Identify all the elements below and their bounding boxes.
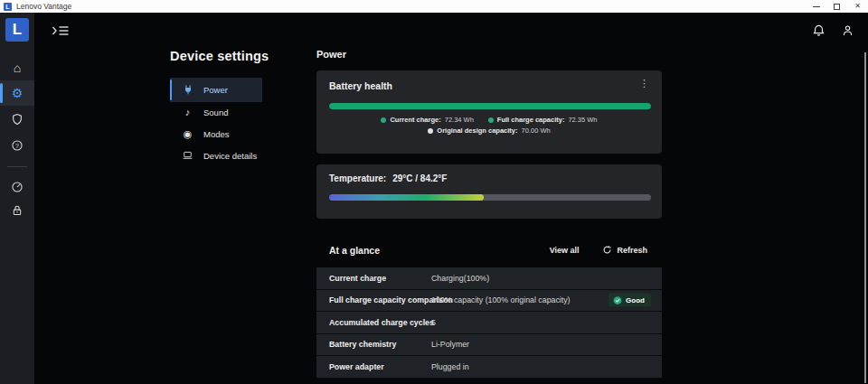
refresh-button[interactable]: Refresh [602, 245, 647, 257]
temperature-label: Temperature: [329, 173, 386, 183]
table-row: Full charge capacity comparison 100% cap… [316, 290, 662, 313]
section-title-power: Power [316, 49, 346, 60]
row-label: Current charge [329, 274, 386, 283]
sidebar-item-support[interactable]: ? [0, 133, 34, 158]
menu-item-label: Modes [203, 129, 230, 139]
sidebar-item-security[interactable] [0, 107, 34, 132]
bell-icon [812, 25, 826, 41]
battery-charge-bar [329, 103, 651, 109]
shield-icon [11, 113, 24, 126]
scrollbar-thumb[interactable] [864, 52, 866, 383]
menu-item-power[interactable]: Power [170, 78, 262, 102]
row-label: Accumulated charge cycles [329, 318, 434, 327]
legend-dot [381, 117, 386, 123]
page-title: Device settings [170, 49, 269, 63]
menu-item-modes[interactable]: ◉ Modes [170, 123, 262, 145]
help-icon: ? [11, 139, 24, 152]
table-row: Power adapter Plugged in [316, 356, 662, 379]
menu-item-device-details[interactable]: Device details [170, 145, 262, 166]
lenovo-logo[interactable]: L [5, 18, 29, 42]
close-icon: ✕ [854, 3, 861, 10]
battery-charge-fill [329, 103, 651, 109]
window-title: Lenovo Vantage [16, 2, 71, 11]
row-value: 100% capacity (100% original capacity) [431, 295, 571, 304]
table-row: Current charge Charging(100%) [316, 267, 662, 290]
menu-item-label: Power [203, 85, 228, 95]
legend-dot [488, 117, 494, 123]
row-value: Charging(100%) [431, 274, 489, 283]
battery-health-title: Battery health [329, 80, 392, 91]
sidebar-item-device-settings[interactable]: ⚙ [0, 80, 34, 106]
modes-icon: ◉ [182, 129, 193, 139]
svg-text:?: ? [15, 143, 19, 149]
row-label: Power adapter [329, 362, 384, 371]
lock-icon [11, 204, 24, 217]
refresh-icon [602, 245, 612, 257]
temperature-bar [329, 194, 651, 201]
row-value: Li-Polymer [431, 340, 469, 349]
pane-toggle-button[interactable] [51, 23, 71, 38]
maximize-button[interactable] [826, 0, 847, 13]
badge-label: Good [626, 296, 645, 304]
table-row: Accumulated charge cycles 5 [316, 312, 662, 334]
legend-item-current-charge: Current charge: 72.34 Wh [381, 116, 473, 124]
account-button[interactable] [841, 23, 854, 42]
close-button[interactable]: ✕ [847, 0, 868, 13]
performance-gauge-icon [11, 181, 24, 193]
window-controls: ✕ [806, 0, 868, 13]
glance-table: Current charge Charging(100%) Full charg… [316, 267, 662, 379]
legend-dot [428, 128, 433, 134]
notifications-button[interactable] [812, 23, 826, 42]
menu-item-label: Sound [203, 108, 228, 117]
app-window: L ⌂ ⚙ ? [0, 13, 868, 384]
sidebar-item-privacy[interactable] [0, 198, 34, 223]
minimize-icon [813, 6, 820, 7]
temperature-card: Temperature:29°C / 84.2°F [316, 164, 662, 219]
temperature-value: 29°C / 84.2°F [392, 173, 447, 183]
home-icon: ⌂ [14, 61, 21, 74]
battery-health-card: Battery health ⋮ Current charge: 72.34 W… [316, 70, 662, 154]
laptop-icon [182, 150, 193, 161]
sidebar: L ⌂ ⚙ ? [0, 13, 34, 384]
music-note-icon: ♪ [182, 108, 193, 117]
settings-gear-icon: ⚙ [12, 87, 24, 99]
menu-item-sound[interactable]: ♪ Sound [170, 101, 262, 123]
app-logo-icon: L [4, 3, 12, 11]
sidebar-divider [7, 166, 27, 167]
user-icon [841, 25, 854, 41]
temperature-bar-fill [329, 194, 484, 201]
refresh-label: Refresh [617, 246, 647, 255]
row-value: Plugged in [431, 362, 469, 371]
content-area: Device settings Power ♪ Sound ◉ Modes [34, 13, 868, 384]
check-circle-icon [613, 295, 622, 304]
minimize-button[interactable] [806, 0, 826, 13]
at-a-glance-title: At a glance [329, 245, 550, 256]
maximize-icon [834, 4, 840, 10]
row-value: 5 [431, 318, 436, 327]
status-badge: Good [609, 294, 651, 307]
power-plug-icon [182, 84, 193, 96]
view-all-link[interactable]: View all [550, 246, 580, 255]
battery-legend: Current charge: 72.34 Wh Full charge cap… [316, 116, 662, 135]
at-a-glance-header: At a glance View all Refresh [316, 239, 662, 262]
legend-item-full-charge-capacity: Full charge capacity: 72.35 Wh [488, 116, 598, 124]
sidebar-item-performance[interactable] [0, 174, 34, 200]
sidebar-item-home[interactable]: ⌂ [0, 55, 34, 80]
table-row: Battery chemistry Li-Polymer [316, 334, 662, 357]
battery-menu-button[interactable]: ⋮ [639, 78, 649, 89]
menu-item-label: Device details [203, 151, 257, 161]
row-label: Battery chemistry [329, 340, 396, 349]
legend-item-original-design-capacity: Original design capacity: 70.00 Wh [428, 126, 550, 135]
titlebar: L Lenovo Vantage ✕ [0, 0, 868, 13]
